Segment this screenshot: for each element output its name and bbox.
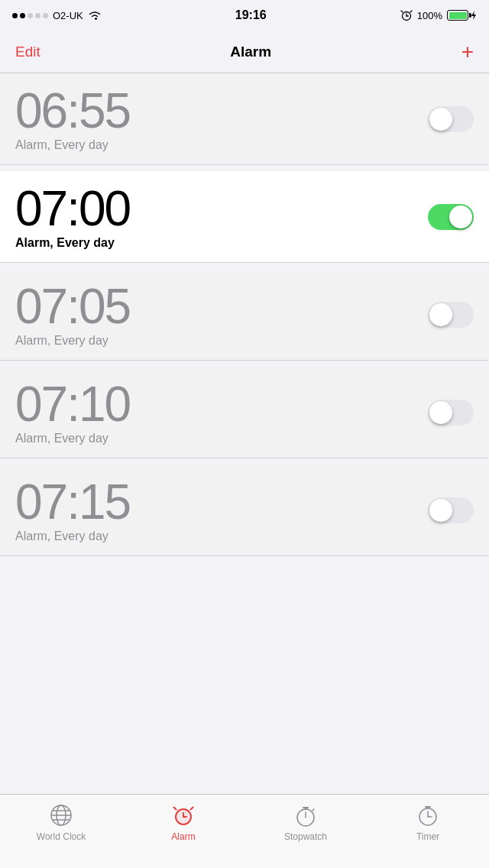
alarm-status-icon: [400, 9, 413, 21]
alarm-toggle-3[interactable]: [428, 302, 474, 328]
alarm-info-5: 07:15 Alarm, Every day: [15, 478, 428, 543]
svg-point-15: [176, 809, 191, 824]
signal-dot-1: [12, 13, 18, 18]
svg-line-14: [191, 808, 193, 810]
svg-line-13: [174, 808, 176, 810]
alarm-label-5: Alarm, Every day: [15, 530, 428, 543]
signal-dot-3: [28, 13, 33, 18]
alarm-toggle-5[interactable]: [428, 497, 474, 523]
alarm-time-5: 07:15: [15, 478, 428, 526]
tab-timer[interactable]: Timer: [367, 802, 489, 842]
alarm-info-4: 07:10 Alarm, Every day: [15, 380, 428, 445]
toggle-knob-1: [429, 108, 452, 131]
toggle-knob-4: [429, 401, 452, 424]
alarm-row-5[interactable]: 07:15 Alarm, Every day: [0, 465, 489, 556]
alarm-info-2: 07:00 Alarm, Every day: [15, 184, 428, 250]
signal-dots: [12, 13, 48, 18]
status-left: O2-UK: [12, 10, 102, 21]
alarm-time-4: 07:10: [15, 380, 428, 429]
svg-line-20: [313, 809, 314, 811]
alarm-label-4: Alarm, Every day: [15, 432, 428, 445]
alarm-time-1: 06:55: [15, 86, 428, 135]
timer-label: Timer: [416, 831, 439, 842]
svg-line-3: [401, 11, 403, 12]
world-clock-label: World Clock: [37, 831, 86, 842]
tab-stopwatch[interactable]: Stopwatch: [244, 802, 367, 842]
toggle-knob-2: [449, 206, 472, 228]
status-time: 19:16: [235, 8, 267, 22]
stopwatch-label: Stopwatch: [284, 831, 327, 842]
charging-icon: [471, 11, 477, 20]
alarm-toggle-4[interactable]: [428, 400, 474, 426]
battery-indicator: [447, 10, 477, 21]
separator-1: [0, 165, 489, 171]
alarm-row-2[interactable]: 07:00 Alarm, Every day: [0, 171, 489, 263]
alarm-row-4[interactable]: 07:10 Alarm, Every day: [0, 367, 489, 458]
alarm-label-3: Alarm, Every day: [15, 334, 428, 348]
separator-2: [0, 263, 489, 269]
svg-line-4: [410, 11, 412, 12]
edit-button[interactable]: Edit: [15, 44, 40, 60]
toggle-knob-3: [429, 303, 452, 326]
signal-dot-2: [20, 13, 25, 18]
alarm-toggle-1[interactable]: [428, 106, 474, 132]
alarm-time-2: 07:00: [15, 184, 428, 233]
tab-world-clock[interactable]: World Clock: [0, 802, 122, 842]
tab-alarm[interactable]: Alarm: [122, 802, 244, 842]
separator-3: [0, 361, 489, 367]
alarm-row-1[interactable]: 06:55 Alarm, Every day: [0, 73, 489, 165]
alarm-time-3: 07:05: [15, 282, 428, 331]
alarm-tab-icon: [170, 802, 196, 828]
add-alarm-button[interactable]: +: [461, 41, 474, 63]
stopwatch-icon: [293, 802, 319, 828]
alarm-info-3: 07:05 Alarm, Every day: [15, 282, 428, 348]
page-title: Alarm: [230, 44, 271, 60]
timer-icon: [415, 802, 441, 828]
nav-bar: Edit Alarm +: [0, 31, 489, 73]
carrier-label: O2-UK: [53, 10, 83, 21]
alarm-label-1: Alarm, Every day: [15, 138, 428, 152]
status-right: 100%: [400, 9, 477, 21]
alarm-toggle-2[interactable]: [428, 204, 474, 230]
signal-dot-4: [35, 13, 40, 18]
alarm-info-1: 06:55 Alarm, Every day: [15, 86, 428, 152]
alarm-tab-label: Alarm: [171, 831, 195, 842]
alarm-label-2: Alarm, Every day: [15, 236, 428, 250]
status-bar: O2-UK 19:16 100%: [0, 0, 489, 31]
alarm-row-3[interactable]: 07:05 Alarm, Every day: [0, 269, 489, 361]
battery-label: 100%: [417, 10, 442, 21]
separator-4: [0, 458, 489, 465]
tab-bar: World Clock Alarm Stopwatch: [0, 794, 489, 868]
alarm-content: 06:55 Alarm, Every day 07:00 Alarm, Ever…: [0, 73, 489, 794]
wifi-icon: [88, 10, 102, 21]
signal-dot-5: [43, 13, 48, 18]
globe-icon: [48, 802, 74, 828]
toggle-knob-5: [429, 499, 452, 522]
